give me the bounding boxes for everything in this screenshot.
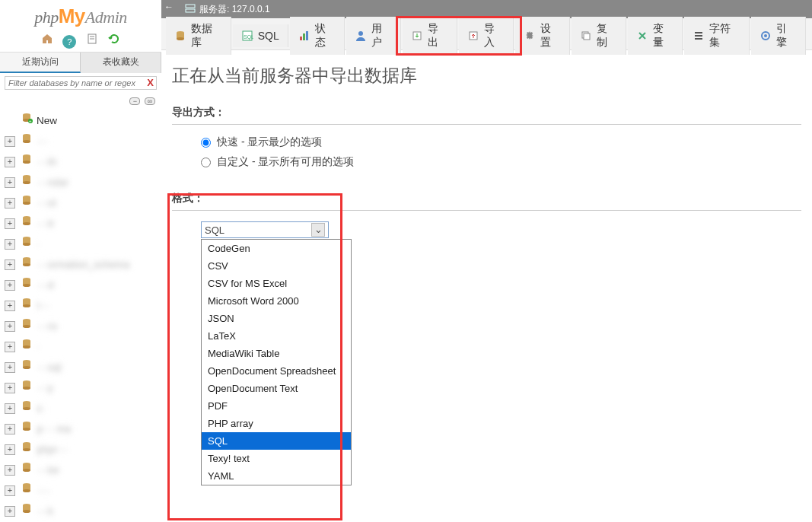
expand-icon[interactable]: + [5, 259, 15, 270]
chevron-down-icon[interactable]: ⌄ [311, 223, 325, 237]
expand-icon[interactable]: + [5, 239, 15, 250]
filter-input[interactable] [5, 76, 157, 90]
expand-icon[interactable]: + [5, 301, 15, 311]
tree-db-item[interactable]: +phpr···· [5, 439, 157, 460]
radio-quick-row[interactable]: 快速 - 显示最少的选项 [172, 132, 801, 152]
format-option[interactable]: MediaWiki Table [202, 345, 351, 362]
radio-custom-row[interactable]: 自定义 - 显示所有可用的选项 [172, 152, 801, 172]
format-option[interactable]: CSV [202, 257, 351, 275]
expand-icon[interactable]: + [5, 383, 15, 393]
topnav-sql[interactable]: SQLSQL [233, 24, 288, 47]
expand-icon[interactable]: + [5, 321, 15, 332]
tree-db-item[interactable]: +· [5, 336, 157, 357]
format-option[interactable]: Microsoft Word 2000 [202, 292, 351, 310]
format-option[interactable]: SQL [202, 432, 351, 450]
svg-point-25 [23, 243, 30, 246]
format-option[interactable]: PHP array [202, 415, 351, 432]
link-icon[interactable]: ∞ [145, 97, 155, 105]
tree-db-item[interactable]: +····ro [5, 316, 157, 336]
expand-icon[interactable]: + [5, 177, 15, 188]
tree-db-item[interactable]: +····y [5, 377, 157, 398]
collapse-toggles: − ∞ [0, 93, 161, 107]
expand-icon[interactable]: + [5, 465, 15, 476]
tree-db-item[interactable]: +l···· [5, 295, 157, 316]
expand-icon[interactable]: + [5, 342, 15, 352]
db-label: ····ke [37, 462, 59, 479]
format-option[interactable]: LaTeX [202, 327, 351, 345]
expand-icon[interactable]: + [5, 485, 15, 496]
topnav-settings[interactable]: 设置 [515, 17, 570, 55]
tab-favorites[interactable]: 表收藏夹 [81, 53, 161, 73]
topnav-status[interactable]: 状态 [290, 17, 345, 55]
docs-icon[interactable] [85, 33, 99, 46]
tree-db-item[interactable]: +· [5, 234, 157, 254]
tree-db-item[interactable]: +····ormation_schema [5, 254, 157, 275]
tree-db-item[interactable]: +····tr [5, 213, 157, 234]
clear-filter-icon[interactable]: X [147, 77, 154, 88]
tree-db-item[interactable]: +····ol [5, 193, 157, 213]
topnav-user[interactable]: 用户 [346, 17, 401, 55]
new-db-icon: + [18, 112, 35, 129]
format-option[interactable]: JSON [202, 310, 351, 327]
svg-point-52 [23, 428, 30, 431]
database-icon [18, 420, 35, 438]
help-icon[interactable]: ? [62, 35, 76, 49]
tree-db-item[interactable]: +···· [5, 131, 157, 151]
format-option[interactable]: Texy! text [202, 450, 351, 467]
topnav-engine[interactable]: 引擎 [751, 17, 806, 55]
tree-db-item[interactable]: +····ke [5, 460, 157, 480]
server-icon [184, 2, 196, 17]
topnav-import[interactable]: 导入 [459, 17, 514, 55]
svg-point-61 [23, 489, 30, 492]
format-option[interactable]: OpenDocument Text [202, 380, 351, 397]
format-option[interactable]: CSV for MS Excel [202, 275, 351, 292]
tab-recent[interactable]: 近期访问 [0, 53, 81, 73]
sidebar-tabs: 近期访问 表收藏夹 [0, 52, 161, 73]
back-arrow-icon[interactable]: ← [164, 2, 174, 12]
format-option[interactable]: PDF [202, 397, 351, 415]
engine-icon [759, 30, 772, 42]
expand-icon[interactable]: + [5, 198, 15, 208]
vars-icon [636, 30, 648, 42]
tree-db-item[interactable]: +····th [5, 151, 157, 172]
radio-quick[interactable] [201, 138, 211, 148]
topnav-vars[interactable]: 变量 [628, 17, 683, 55]
pma-logo[interactable]: phpMyAdmin [0, 0, 161, 31]
format-select[interactable]: SQL ⌄ CodeGenCSVCSV for MS ExcelMicrosof… [201, 221, 329, 238]
home-icon[interactable] [40, 33, 54, 46]
format-option[interactable]: YAML [202, 467, 351, 485]
tree-db-item[interactable]: +····d [5, 275, 157, 295]
expand-icon[interactable]: + [5, 157, 15, 167]
format-selected-value: SQL [205, 224, 224, 236]
import-icon [467, 30, 479, 42]
tree-db-item[interactable]: +p···· ma [5, 419, 157, 439]
tree-db-item[interactable]: +c· [5, 398, 157, 419]
expand-icon[interactable]: + [5, 403, 15, 414]
expand-icon[interactable]: + [5, 136, 15, 147]
topnav-copy[interactable]: 复制 [572, 17, 626, 55]
topnav-charset[interactable]: 字符集 [684, 17, 750, 55]
topnav-db[interactable]: 数据库 [166, 17, 231, 55]
db-tree: + + New +····+····th+····ndar+····ol+···… [0, 107, 161, 522]
format-option[interactable]: OpenDocument Spreadsheet [202, 362, 351, 380]
tree-db-item[interactable]: +····k [5, 501, 157, 521]
expand-icon[interactable]: + [5, 444, 15, 455]
export-icon [411, 30, 423, 42]
radio-custom[interactable] [201, 158, 211, 167]
tree-db-item[interactable]: +····sql [5, 357, 157, 377]
tree-db-item[interactable]: +····ndar [5, 172, 157, 193]
collapse-all-icon[interactable]: − [129, 97, 140, 105]
db-label: ····ro [37, 318, 57, 335]
expand-icon[interactable]: + [5, 424, 15, 434]
topnav-export[interactable]: 导出 [403, 17, 457, 55]
expand-icon[interactable]: + [5, 362, 15, 373]
tree-db-item[interactable]: +····· [5, 480, 157, 501]
expand-icon[interactable]: + [5, 280, 15, 291]
format-option[interactable]: CodeGen [202, 240, 351, 257]
expand-icon[interactable]: + [5, 218, 15, 229]
db-label: ····y [37, 380, 53, 396]
refresh-icon[interactable] [107, 33, 121, 46]
svg-rect-68 [186, 5, 195, 8]
tree-new[interactable]: + + New [5, 110, 157, 131]
expand-icon[interactable]: + [5, 506, 15, 517]
